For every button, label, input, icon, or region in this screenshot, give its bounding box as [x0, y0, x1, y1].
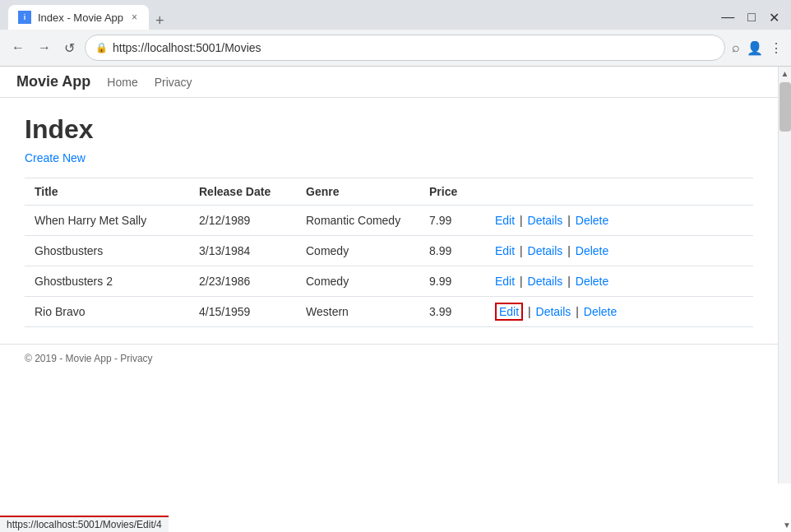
table-row: Ghostbusters 22/23/1986Comedy9.99Edit | … — [25, 266, 753, 297]
cell-actions: Edit | Details | Delete — [485, 266, 753, 297]
lock-icon: 🔒 — [95, 42, 108, 53]
cell-genre: Western — [296, 297, 419, 327]
new-tab-button[interactable]: + — [149, 12, 171, 30]
delete-link[interactable]: Delete — [576, 275, 608, 288]
cell-actions: Edit | Details | Delete — [485, 206, 753, 236]
edit-link[interactable]: Edit — [495, 214, 515, 227]
delete-link[interactable]: Delete — [576, 244, 608, 257]
cell-actions: Edit | Details | Delete — [485, 236, 753, 266]
action-separator: | — [564, 244, 573, 257]
search-icon[interactable]: ⌕ — [732, 40, 740, 55]
cell-title: When Harry Met Sally — [25, 206, 189, 236]
nav-privacy[interactable]: Privacy — [155, 76, 192, 89]
details-link[interactable]: Details — [528, 275, 563, 288]
cell-price: 7.99 — [419, 206, 485, 236]
page-footer: © 2019 - Movie App - Privacy — [0, 344, 778, 372]
edit-link[interactable]: Edit — [495, 303, 523, 321]
action-separator: | — [516, 214, 525, 227]
cell-title: Ghostbusters — [25, 236, 189, 266]
url-bar[interactable]: 🔒 https://localhost:5001/Movies — [85, 35, 725, 61]
action-separator: | — [564, 275, 573, 288]
cell-title: Ghostbusters 2 — [25, 266, 189, 297]
cell-title: Rio Bravo — [25, 297, 189, 327]
cell-genre: Romantic Comedy — [296, 206, 419, 236]
create-new-link[interactable]: Create New — [25, 151, 86, 164]
col-header-date: Release Date — [189, 178, 296, 206]
delete-link[interactable]: Delete — [576, 214, 608, 227]
table-row: When Harry Met Sally2/12/1989Romantic Co… — [25, 206, 753, 236]
action-separator: | — [516, 244, 525, 257]
cell-date: 4/15/1959 — [189, 297, 296, 327]
back-button[interactable]: ← — [8, 37, 28, 58]
movies-table: Title Release Date Genre Price When Harr… — [25, 178, 753, 327]
maximize-button[interactable]: □ — [744, 10, 759, 25]
action-separator: | — [572, 305, 581, 318]
details-link[interactable]: Details — [528, 214, 563, 227]
status-url: https://localhost:5001/Movies/Edit/4 — [7, 519, 162, 530]
action-separator: | — [516, 275, 525, 288]
col-header-title: Title — [25, 178, 189, 206]
forward-button[interactable]: → — [35, 37, 54, 58]
cell-date: 2/12/1989 — [189, 206, 296, 236]
minimize-button[interactable]: — — [718, 10, 738, 25]
tab-title: Index - Movie App — [38, 12, 123, 24]
cell-genre: Comedy — [296, 266, 419, 297]
footer-text: © 2019 - Movie App - Privacy — [25, 353, 153, 364]
scroll-down[interactable]: ▼ — [783, 518, 791, 532]
nav-home[interactable]: Home — [107, 76, 137, 89]
cell-price: 8.99 — [419, 236, 485, 266]
delete-link[interactable]: Delete — [584, 305, 617, 318]
tab-favicon: i — [18, 11, 31, 24]
cell-genre: Comedy — [296, 236, 419, 266]
cell-actions: Edit | Details | Delete — [485, 297, 753, 327]
browser-tab[interactable]: i Index - Movie App × — [8, 5, 149, 30]
details-link[interactable]: Details — [528, 244, 563, 257]
table-row: Rio Bravo4/15/1959Western3.99Edit | Deta… — [25, 297, 753, 327]
url-text: https://localhost:5001/Movies — [113, 41, 261, 54]
edit-link[interactable]: Edit — [495, 244, 515, 257]
action-separator: | — [525, 305, 534, 318]
action-separator: | — [564, 214, 573, 227]
cell-date: 2/23/1986 — [189, 266, 296, 297]
cell-price: 9.99 — [419, 266, 485, 297]
scrollbar[interactable]: ▲ ▼ — [778, 67, 791, 483]
close-tab-button[interactable]: × — [130, 12, 139, 23]
cell-price: 3.99 — [419, 297, 485, 327]
menu-icon[interactable]: ⋮ — [770, 40, 783, 56]
brand-name[interactable]: Movie App — [16, 73, 90, 90]
app-navbar: Movie App Home Privacy — [0, 67, 778, 98]
table-row: Ghostbusters3/13/1984Comedy8.99Edit | De… — [25, 236, 753, 266]
close-button[interactable]: ✕ — [766, 10, 783, 25]
cell-date: 3/13/1984 — [189, 236, 296, 266]
details-link[interactable]: Details — [536, 305, 571, 318]
profile-icon[interactable]: 👤 — [747, 40, 763, 56]
page-title: Index — [25, 114, 753, 145]
col-header-actions — [485, 178, 753, 206]
edit-link[interactable]: Edit — [495, 275, 515, 288]
col-header-price: Price — [419, 178, 485, 206]
refresh-button[interactable]: ↺ — [61, 37, 78, 59]
col-header-genre: Genre — [296, 178, 419, 206]
scroll-up[interactable]: ▲ — [779, 67, 791, 81]
status-bar: https://localhost:5001/Movies/Edit/4 — [0, 516, 169, 532]
scroll-thumb[interactable] — [779, 82, 791, 132]
